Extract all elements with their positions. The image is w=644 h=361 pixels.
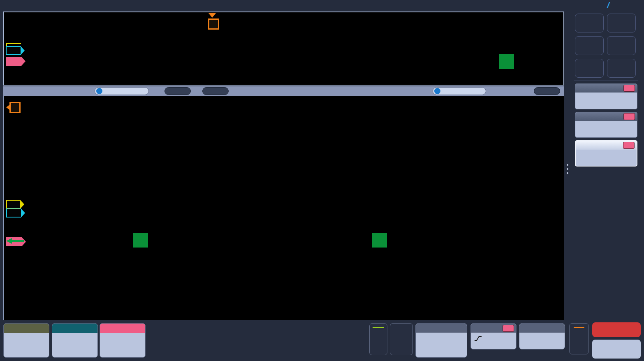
ch1-badge[interactable] bbox=[3, 323, 49, 358]
source-channel-badge bbox=[623, 113, 635, 120]
menu-bar: / bbox=[0, 0, 644, 11]
zoom-position-control[interactable] bbox=[433, 87, 486, 95]
tektronix-logo: / bbox=[577, 0, 640, 11]
t1-annotation-label bbox=[133, 233, 148, 248]
bottom-settings-bar bbox=[0, 321, 644, 361]
main-svg bbox=[4, 96, 564, 320]
horizontal-header bbox=[416, 324, 467, 333]
trigger-marker[interactable] bbox=[208, 19, 219, 30]
t3-annotation-label bbox=[499, 54, 514, 69]
measurement-name bbox=[575, 121, 637, 122]
measure-button[interactable] bbox=[607, 14, 636, 32]
measurement-name bbox=[576, 150, 637, 150]
measurement-title bbox=[575, 112, 637, 121]
trigger-header bbox=[471, 324, 516, 333]
measurement-card-1[interactable] bbox=[575, 83, 637, 109]
acquisition-header bbox=[519, 324, 565, 333]
measurement-title bbox=[575, 84, 637, 93]
search-button[interactable] bbox=[575, 36, 604, 55]
ch4-color-bar-icon bbox=[373, 327, 384, 328]
results-table-button[interactable] bbox=[607, 36, 636, 55]
vscale-label bbox=[522, 204, 559, 213]
ch3-badge[interactable] bbox=[100, 323, 146, 358]
overview-ch3-label[interactable] bbox=[6, 57, 21, 66]
overview-waveform-panel[interactable] bbox=[3, 12, 564, 86]
vscale-label bbox=[522, 120, 559, 129]
overview-svg bbox=[4, 12, 563, 85]
source-channel-badge bbox=[623, 85, 635, 92]
measurement-name bbox=[575, 93, 637, 93]
rising-edge-icon bbox=[474, 335, 482, 342]
zoom-close-button[interactable] bbox=[534, 87, 560, 95]
trigger-position-triangle-icon[interactable] bbox=[208, 13, 216, 18]
zoom-toolbar bbox=[3, 86, 564, 96]
panel-resize-handle[interactable] bbox=[567, 164, 568, 166]
zoom-scale-control[interactable] bbox=[95, 87, 149, 95]
more-button[interactable] bbox=[607, 59, 636, 78]
rf-color-bar-icon bbox=[574, 327, 584, 328]
main-trigger-marker[interactable] bbox=[9, 102, 21, 113]
ch2-badge[interactable] bbox=[52, 323, 98, 358]
trigger-badge[interactable] bbox=[470, 323, 517, 349]
overview-ch2-label[interactable] bbox=[6, 46, 21, 55]
source-channel-badge bbox=[623, 142, 635, 149]
measurement-card-8[interactable] bbox=[575, 140, 637, 167]
ch3-header bbox=[100, 324, 145, 333]
t2-annotation-label bbox=[372, 233, 387, 248]
ch2-header bbox=[52, 324, 97, 333]
vscale-label bbox=[522, 260, 559, 268]
ch1-header bbox=[4, 324, 49, 333]
trigger-source-badge bbox=[503, 325, 514, 332]
vscale-label bbox=[522, 176, 559, 185]
knob-b-icon bbox=[434, 88, 440, 94]
acquisition-badge[interactable] bbox=[519, 323, 565, 349]
measurement-card-7[interactable] bbox=[575, 112, 637, 138]
vscale-label bbox=[522, 148, 559, 157]
vscale-label bbox=[522, 232, 559, 241]
logo-slash: / bbox=[607, 0, 609, 10]
main-waveform-panel[interactable] bbox=[3, 96, 564, 320]
zoom-out-button[interactable] bbox=[202, 87, 229, 95]
panel-resize-handle[interactable] bbox=[567, 168, 568, 170]
t1-arrow-segment bbox=[12, 240, 24, 242]
oscilloscope-screen: / bbox=[0, 0, 644, 361]
cursors-button[interactable] bbox=[575, 14, 604, 32]
vscale-label bbox=[522, 288, 559, 296]
knob-a-icon bbox=[96, 88, 102, 94]
math-ref-bus-button[interactable] bbox=[390, 323, 413, 355]
t1-arrowhead bbox=[6, 238, 12, 244]
rf-button[interactable] bbox=[569, 323, 589, 354]
panel-resize-handle[interactable] bbox=[567, 172, 568, 174]
main-ch1-label[interactable] bbox=[6, 200, 20, 209]
measurement-title bbox=[576, 141, 637, 150]
horizontal-badge[interactable] bbox=[415, 323, 467, 358]
trigger-body bbox=[471, 333, 516, 342]
draw-a-box-zoom-button[interactable] bbox=[575, 59, 604, 78]
main-ch2-label[interactable] bbox=[6, 208, 21, 218]
sidebar-divider bbox=[574, 81, 638, 81]
trigger-arrow-icon bbox=[6, 105, 9, 110]
ch4-add-button[interactable] bbox=[369, 323, 387, 355]
zoom-in-button[interactable] bbox=[164, 87, 191, 95]
datetime-display bbox=[592, 340, 641, 359]
preview-status-button[interactable] bbox=[592, 322, 641, 337]
